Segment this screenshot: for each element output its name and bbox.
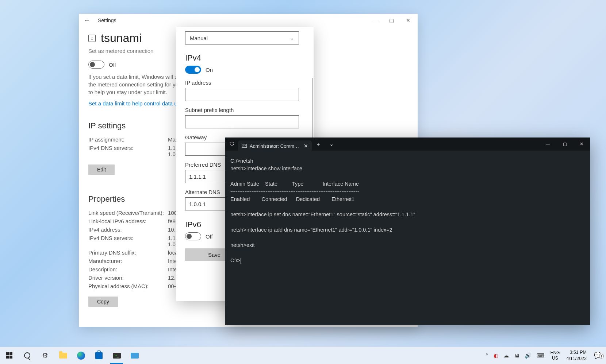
- settings-window-title: Settings: [98, 18, 116, 23]
- tab-close-icon[interactable]: ✕: [304, 143, 308, 149]
- start-button[interactable]: [1, 347, 18, 364]
- terminal-window: 🛡 C:\ Administrator: Command Prompt ✕ + …: [225, 138, 590, 325]
- home-icon[interactable]: ⌂: [88, 35, 96, 42]
- taskbar-search-button[interactable]: [19, 347, 36, 364]
- property-label: Primary DNS suffix:: [88, 249, 168, 256]
- settings-titlebar: ← Settings — ▢ ✕: [79, 14, 418, 27]
- property-label: Description:: [88, 266, 168, 272]
- ipv6-toggle-label: Off: [206, 233, 213, 240]
- dns-servers-label: IPv4 DNS servers:: [88, 145, 168, 157]
- taskbar-explorer-button[interactable]: [54, 347, 72, 364]
- terminal-tab[interactable]: C:\ Administrator: Command Prompt ✕: [238, 140, 312, 151]
- terminal-tab-title: Administrator: Command Prompt: [250, 143, 301, 149]
- minimize-button[interactable]: —: [367, 15, 383, 26]
- ipv4-heading: IPv4: [185, 53, 305, 63]
- copy-button[interactable]: Copy: [88, 297, 118, 307]
- maximize-button[interactable]: ▢: [383, 15, 400, 26]
- property-label: Manufacturer:: [88, 258, 168, 264]
- terminal-titlebar: 🛡 C:\ Administrator: Command Prompt ✕ + …: [225, 138, 590, 151]
- ip-mode-select[interactable]: Manual ⌄: [185, 31, 299, 44]
- property-label: Link-local IPv6 address:: [88, 218, 168, 224]
- tray-notifications[interactable]: 💬2: [591, 352, 605, 359]
- property-label: Link speed (Receive/Transmit):: [88, 210, 168, 216]
- tray-chevron-icon[interactable]: ˄: [484, 352, 490, 359]
- metered-toggle-label: Off: [109, 62, 116, 68]
- property-label: IPv4 DNS servers:: [88, 235, 168, 247]
- terminal-minimize-button[interactable]: —: [540, 138, 556, 151]
- subnet-input[interactable]: [185, 115, 299, 128]
- taskbar-vm-button[interactable]: [126, 347, 143, 364]
- chevron-down-icon: ⌄: [290, 35, 294, 41]
- tray-security-icon[interactable]: ◐: [492, 352, 500, 359]
- taskbar: >_ ˄ ◐ ☁ 🖥 🔊 ⌨ ENG US 3:51 PM 4/11/2022 …: [0, 347, 606, 364]
- taskbar-terminal-button[interactable]: >_: [108, 347, 125, 364]
- ipv4-toggle[interactable]: [185, 66, 201, 74]
- cmd-icon: C:\: [242, 144, 247, 148]
- tray-language[interactable]: ENG US: [548, 350, 562, 361]
- cursor-icon: [241, 258, 241, 264]
- ip-address-label: IP address: [185, 80, 305, 86]
- close-button[interactable]: ✕: [400, 15, 416, 26]
- property-label: Driver version:: [88, 275, 168, 281]
- taskbar-settings-button[interactable]: [37, 347, 54, 364]
- ipv6-toggle[interactable]: [185, 232, 201, 240]
- subnet-label: Subnet prefix length: [185, 107, 305, 113]
- tray-volume-icon[interactable]: 🔊: [523, 352, 533, 359]
- ip-mode-value: Manual: [190, 35, 208, 41]
- terminal-close-button[interactable]: ✕: [573, 138, 590, 151]
- ip-address-input[interactable]: [185, 88, 299, 101]
- terminal-body[interactable]: C:\>netsh netsh>interface show interface…: [225, 151, 590, 325]
- metered-toggle[interactable]: [88, 61, 104, 69]
- tray-keyboard-icon[interactable]: ⌨: [535, 352, 546, 359]
- tray-network-icon[interactable]: 🖥: [512, 352, 521, 359]
- tray-onedrive-icon[interactable]: ☁: [502, 352, 511, 359]
- edit-button[interactable]: Edit: [88, 164, 115, 175]
- property-label: Physical address (MAC):: [88, 283, 168, 289]
- new-tab-button[interactable]: +: [312, 139, 325, 150]
- page-title: tsunami: [101, 31, 142, 45]
- ipv4-toggle-label: On: [206, 67, 213, 73]
- back-button[interactable]: ←: [80, 14, 93, 27]
- metered-description: If you set a data limit, Windows will se…: [88, 73, 183, 96]
- terminal-maximize-button[interactable]: ▢: [556, 138, 573, 151]
- taskbar-edge-button[interactable]: [72, 347, 89, 364]
- terminal-output: C:\>netsh netsh>interface show interface…: [230, 157, 585, 264]
- tab-dropdown-button[interactable]: ⌄: [325, 139, 338, 150]
- shield-icon: 🛡: [230, 142, 234, 147]
- ip-assignment-label: IP assignment:: [88, 136, 168, 143]
- property-label: IPv4 address:: [88, 226, 168, 233]
- taskbar-store-button[interactable]: [90, 347, 107, 364]
- tray-clock[interactable]: 3:51 PM 4/11/2022: [563, 349, 590, 361]
